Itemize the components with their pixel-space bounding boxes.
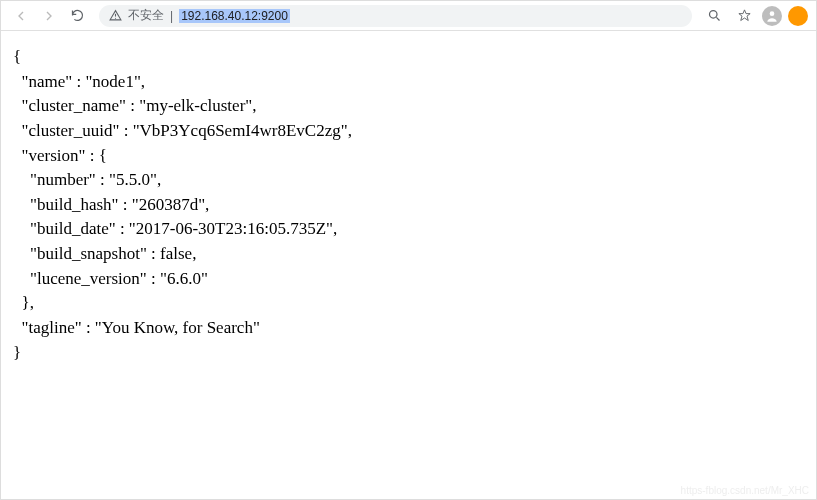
insecure-label: 不安全 (128, 7, 164, 24)
svg-point-2 (709, 11, 717, 19)
zoom-icon[interactable] (702, 4, 726, 28)
url-separator: | (170, 9, 173, 23)
profile-avatar-icon[interactable] (762, 6, 782, 26)
url-input[interactable]: 不安全 | 192.168.40.12:9200 (99, 5, 692, 27)
forward-icon[interactable] (37, 4, 61, 28)
bookmark-star-icon[interactable] (732, 4, 756, 28)
extension-badge-icon[interactable] (788, 6, 808, 26)
reload-icon[interactable] (65, 4, 89, 28)
watermark: https-fblog.csdn.net/Mr_XHC (681, 485, 809, 496)
toolbar-right (702, 4, 808, 28)
svg-line-3 (716, 17, 719, 20)
svg-point-4 (770, 11, 775, 16)
back-icon[interactable] (9, 4, 33, 28)
url-text: 192.168.40.12:9200 (179, 9, 290, 23)
address-bar: 不安全 | 192.168.40.12:9200 (1, 1, 816, 31)
insecure-warning-icon (109, 9, 122, 22)
svg-point-1 (115, 18, 116, 19)
response-body: { "name" : "node1", "cluster_name" : "my… (1, 31, 816, 499)
